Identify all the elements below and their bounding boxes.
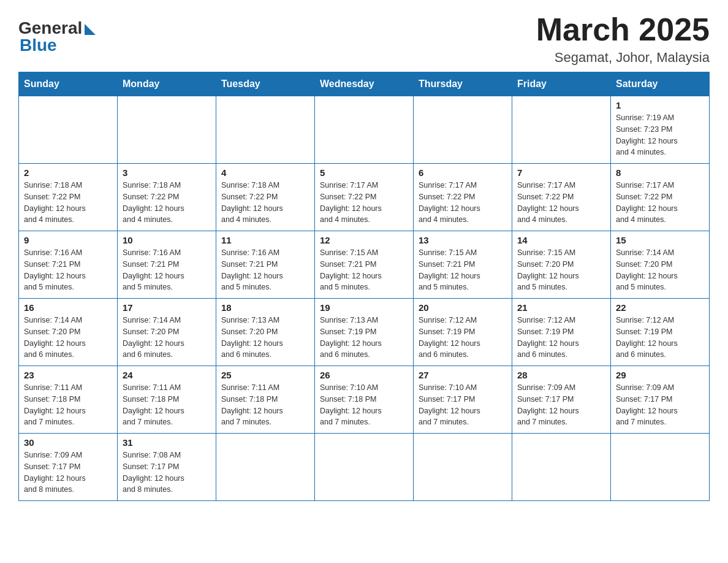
calendar-cell: 7Sunrise: 7:17 AM Sunset: 7:22 PM Daylig…: [512, 164, 611, 231]
calendar-cell: 1Sunrise: 7:19 AM Sunset: 7:23 PM Daylig…: [611, 96, 710, 164]
day-info: Sunrise: 7:09 AM Sunset: 7:17 PM Dayligh…: [616, 382, 704, 428]
day-info: Sunrise: 7:14 AM Sunset: 7:20 PM Dayligh…: [24, 315, 112, 361]
day-info: Sunrise: 7:19 AM Sunset: 7:23 PM Dayligh…: [616, 112, 704, 158]
day-number: 9: [24, 235, 112, 245]
day-info: Sunrise: 7:17 AM Sunset: 7:22 PM Dayligh…: [616, 180, 704, 226]
calendar-cell: [118, 96, 216, 164]
day-info: Sunrise: 7:09 AM Sunset: 7:17 PM Dayligh…: [24, 450, 112, 496]
day-info: Sunrise: 7:14 AM Sunset: 7:20 PM Dayligh…: [123, 315, 211, 361]
day-number: 17: [123, 302, 211, 313]
day-number: 18: [221, 302, 309, 313]
day-number: 19: [320, 302, 408, 313]
day-info: Sunrise: 7:11 AM Sunset: 7:18 PM Dayligh…: [123, 382, 211, 428]
calendar-cell: 13Sunrise: 7:15 AM Sunset: 7:21 PM Dayli…: [414, 231, 512, 299]
title-block: March 2025 Segamat, Johor, Malaysia: [536, 12, 710, 66]
day-number: 25: [221, 370, 309, 380]
calendar-cell: 31Sunrise: 7:08 AM Sunset: 7:17 PM Dayli…: [118, 434, 216, 501]
logo-triangle-icon: [85, 24, 96, 35]
calendar-cell: 17Sunrise: 7:14 AM Sunset: 7:20 PM Dayli…: [118, 299, 216, 366]
week-row-2: 2Sunrise: 7:18 AM Sunset: 7:22 PM Daylig…: [19, 164, 710, 231]
week-row-1: 1Sunrise: 7:19 AM Sunset: 7:23 PM Daylig…: [19, 96, 710, 164]
weekday-header-wednesday: Wednesday: [315, 72, 414, 96]
calendar-cell: 27Sunrise: 7:10 AM Sunset: 7:17 PM Dayli…: [414, 366, 512, 434]
day-number: 15: [616, 235, 704, 245]
calendar-cell: 11Sunrise: 7:16 AM Sunset: 7:21 PM Dayli…: [216, 231, 315, 299]
day-info: Sunrise: 7:16 AM Sunset: 7:21 PM Dayligh…: [221, 247, 309, 293]
calendar-cell: 8Sunrise: 7:17 AM Sunset: 7:22 PM Daylig…: [611, 164, 710, 231]
week-row-5: 23Sunrise: 7:11 AM Sunset: 7:18 PM Dayli…: [19, 366, 710, 434]
weekday-header-row: SundayMondayTuesdayWednesdayThursdayFrid…: [19, 72, 710, 96]
calendar-cell: 23Sunrise: 7:11 AM Sunset: 7:18 PM Dayli…: [19, 366, 118, 434]
day-info: Sunrise: 7:12 AM Sunset: 7:19 PM Dayligh…: [419, 315, 507, 361]
day-info: Sunrise: 7:15 AM Sunset: 7:21 PM Dayligh…: [320, 247, 408, 293]
day-number: 5: [320, 167, 408, 178]
calendar-cell: [315, 96, 414, 164]
day-info: Sunrise: 7:17 AM Sunset: 7:22 PM Dayligh…: [517, 180, 605, 226]
calendar-cell: 24Sunrise: 7:11 AM Sunset: 7:18 PM Dayli…: [118, 366, 216, 434]
calendar-cell: [19, 96, 118, 164]
calendar-cell: [512, 96, 611, 164]
day-number: 21: [517, 302, 605, 313]
day-info: Sunrise: 7:10 AM Sunset: 7:18 PM Dayligh…: [320, 382, 408, 428]
calendar-cell: 9Sunrise: 7:16 AM Sunset: 7:21 PM Daylig…: [19, 231, 118, 299]
calendar-cell: 20Sunrise: 7:12 AM Sunset: 7:19 PM Dayli…: [414, 299, 512, 366]
day-number: 23: [24, 370, 112, 380]
calendar-cell: 18Sunrise: 7:13 AM Sunset: 7:20 PM Dayli…: [216, 299, 315, 366]
day-number: 8: [616, 167, 704, 178]
day-info: Sunrise: 7:12 AM Sunset: 7:19 PM Dayligh…: [517, 315, 605, 361]
weekday-header-friday: Friday: [512, 72, 611, 96]
day-info: Sunrise: 7:11 AM Sunset: 7:18 PM Dayligh…: [221, 382, 309, 428]
calendar-cell: 19Sunrise: 7:13 AM Sunset: 7:19 PM Dayli…: [315, 299, 414, 366]
day-number: 1: [616, 100, 704, 110]
calendar-cell: 16Sunrise: 7:14 AM Sunset: 7:20 PM Dayli…: [19, 299, 118, 366]
day-number: 30: [24, 437, 112, 448]
calendar-cell: 2Sunrise: 7:18 AM Sunset: 7:22 PM Daylig…: [19, 164, 118, 231]
weekday-header-saturday: Saturday: [611, 72, 710, 96]
main-title: March 2025: [536, 12, 710, 47]
weekday-header-tuesday: Tuesday: [216, 72, 315, 96]
day-number: 29: [616, 370, 704, 380]
day-number: 7: [517, 167, 605, 178]
calendar-cell: 14Sunrise: 7:15 AM Sunset: 7:20 PM Dayli…: [512, 231, 611, 299]
calendar-cell: 10Sunrise: 7:16 AM Sunset: 7:21 PM Dayli…: [118, 231, 216, 299]
day-number: 22: [616, 302, 704, 313]
day-info: Sunrise: 7:15 AM Sunset: 7:20 PM Dayligh…: [517, 247, 605, 293]
day-info: Sunrise: 7:11 AM Sunset: 7:18 PM Dayligh…: [24, 382, 112, 428]
day-number: 11: [221, 235, 309, 245]
day-info: Sunrise: 7:18 AM Sunset: 7:22 PM Dayligh…: [24, 180, 112, 226]
day-info: Sunrise: 7:10 AM Sunset: 7:17 PM Dayligh…: [419, 382, 507, 428]
day-info: Sunrise: 7:18 AM Sunset: 7:22 PM Dayligh…: [221, 180, 309, 226]
subtitle: Segamat, Johor, Malaysia: [536, 50, 710, 66]
day-info: Sunrise: 7:14 AM Sunset: 7:20 PM Dayligh…: [616, 247, 704, 293]
page-header: General Blue March 2025 Segamat, Johor, …: [18, 12, 710, 66]
calendar-cell: 26Sunrise: 7:10 AM Sunset: 7:18 PM Dayli…: [315, 366, 414, 434]
day-info: Sunrise: 7:13 AM Sunset: 7:20 PM Dayligh…: [221, 315, 309, 361]
calendar-cell: 30Sunrise: 7:09 AM Sunset: 7:17 PM Dayli…: [19, 434, 118, 501]
calendar-table: SundayMondayTuesdayWednesdayThursdayFrid…: [18, 72, 710, 501]
calendar-cell: [414, 434, 512, 501]
calendar-cell: 29Sunrise: 7:09 AM Sunset: 7:17 PM Dayli…: [611, 366, 710, 434]
calendar-cell: 28Sunrise: 7:09 AM Sunset: 7:17 PM Dayli…: [512, 366, 611, 434]
day-info: Sunrise: 7:12 AM Sunset: 7:19 PM Dayligh…: [616, 315, 704, 361]
calendar-cell: [414, 96, 512, 164]
day-info: Sunrise: 7:15 AM Sunset: 7:21 PM Dayligh…: [419, 247, 507, 293]
week-row-6: 30Sunrise: 7:09 AM Sunset: 7:17 PM Dayli…: [19, 434, 710, 501]
day-info: Sunrise: 7:17 AM Sunset: 7:22 PM Dayligh…: [419, 180, 507, 226]
day-info: Sunrise: 7:13 AM Sunset: 7:19 PM Dayligh…: [320, 315, 408, 361]
day-number: 24: [123, 370, 211, 380]
calendar-cell: 5Sunrise: 7:17 AM Sunset: 7:22 PM Daylig…: [315, 164, 414, 231]
day-info: Sunrise: 7:08 AM Sunset: 7:17 PM Dayligh…: [123, 450, 211, 496]
calendar-cell: 6Sunrise: 7:17 AM Sunset: 7:22 PM Daylig…: [414, 164, 512, 231]
calendar-cell: 3Sunrise: 7:18 AM Sunset: 7:22 PM Daylig…: [118, 164, 216, 231]
calendar-cell: 21Sunrise: 7:12 AM Sunset: 7:19 PM Dayli…: [512, 299, 611, 366]
weekday-header-monday: Monday: [118, 72, 216, 96]
weekday-header-sunday: Sunday: [19, 72, 118, 96]
day-number: 4: [221, 167, 309, 178]
day-number: 2: [24, 167, 112, 178]
day-number: 3: [123, 167, 211, 178]
day-info: Sunrise: 7:18 AM Sunset: 7:22 PM Dayligh…: [123, 180, 211, 226]
calendar-cell: [216, 434, 315, 501]
day-number: 27: [419, 370, 507, 380]
calendar-cell: 4Sunrise: 7:18 AM Sunset: 7:22 PM Daylig…: [216, 164, 315, 231]
day-info: Sunrise: 7:16 AM Sunset: 7:21 PM Dayligh…: [123, 247, 211, 293]
